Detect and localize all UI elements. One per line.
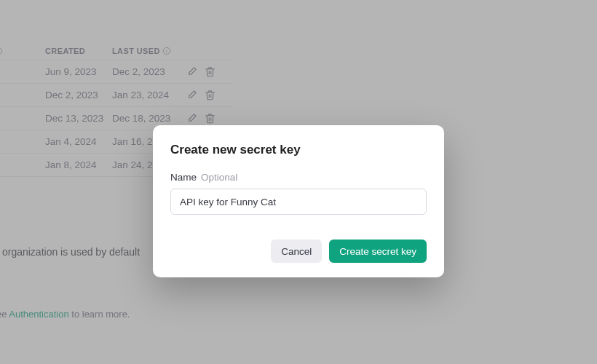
secret-key-name-input[interactable]	[170, 189, 427, 215]
name-field-label: NameOptional	[170, 172, 427, 183]
cancel-button[interactable]: Cancel	[271, 240, 322, 263]
modal-title: Create new secret key	[170, 143, 427, 157]
create-secret-key-button[interactable]: Create secret key	[329, 240, 427, 263]
create-secret-key-modal: Create new secret key NameOptional Cance…	[153, 125, 444, 277]
modal-overlay[interactable]: Create new secret key NameOptional Cance…	[0, 0, 597, 364]
